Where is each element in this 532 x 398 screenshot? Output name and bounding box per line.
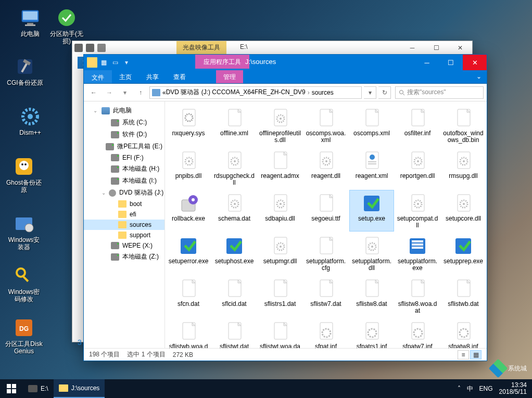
titlebar[interactable]: ▦ ▭ ▾ 应用程序工具 J:\sources ─ ☐ ✕ <box>84 55 487 70</box>
file-item[interactable]: setupplatform.exe <box>395 233 440 274</box>
file-item[interactable]: reportgen.dll <box>395 147 440 189</box>
tab-home[interactable]: 主页 <box>112 70 139 83</box>
file-item[interactable]: reagent.admx <box>258 147 302 189</box>
nav-item[interactable]: 软件 (D:) <box>84 129 164 140</box>
refresh-button[interactable]: ↻ <box>378 86 391 99</box>
file-item[interactable]: sflistw7.dat <box>303 275 348 317</box>
nav-item[interactable]: EFI (F:) <box>84 152 164 163</box>
file-item[interactable]: sdbapiu.dll <box>258 190 302 232</box>
file-item[interactable]: sfpatw7.inf <box>395 318 440 348</box>
file-item[interactable]: reagent.xml <box>349 147 394 189</box>
tab-view[interactable]: 查看 <box>166 70 193 83</box>
file-item[interactable]: pnpibs.dll <box>166 147 211 189</box>
file-item[interactable]: rollback.exe <box>166 190 211 232</box>
file-item[interactable]: setupprep.exe <box>441 233 486 274</box>
nav-item[interactable]: boot <box>84 199 164 209</box>
clock[interactable]: 13:34 2018/5/11 <box>499 382 527 395</box>
file-item[interactable]: sfpatrs1.inf <box>349 318 394 348</box>
breadcrumb-drive[interactable]: DVD 驱动器 (J:) CCCOMA_X64FRE_ZH-CN_DV9 <box>166 88 306 97</box>
file-item[interactable]: setupcompat.dll <box>395 190 440 232</box>
close-icon[interactable]: ✕ <box>448 41 472 55</box>
nav-forward-button[interactable]: → <box>103 86 116 99</box>
tab-file[interactable]: 文件 <box>84 70 112 83</box>
desktop-icon-hammer[interactable]: CGI备份还原 <box>6 56 44 86</box>
qat-dropdown-icon[interactable]: ▾ <box>121 57 132 68</box>
chevron-icon[interactable]: ⌄ <box>92 108 98 113</box>
breadcrumb-folder[interactable]: sources <box>312 89 334 96</box>
file-item[interactable]: oscomps.woa.xml <box>303 105 348 146</box>
close-button[interactable]: ✕ <box>463 55 487 70</box>
desktop-icon-disk-green[interactable]: 分区助手(无损) <box>48 7 85 45</box>
file-item[interactable]: oscomps.xml <box>349 105 394 146</box>
file-item[interactable]: sfpat.inf <box>303 318 348 348</box>
file-item[interactable]: segoeui.ttf <box>303 190 348 232</box>
nav-item[interactable]: ⌄此电脑 <box>84 105 164 117</box>
nav-back-button[interactable]: ← <box>87 86 100 99</box>
ime-indicator[interactable]: 中 <box>467 384 473 393</box>
desktop-icon-monitor[interactable]: 此电脑 <box>11 7 49 37</box>
file-item[interactable]: setup.exe <box>349 190 394 232</box>
desktop-icon-key[interactable]: Windows密码修改 <box>5 265 43 303</box>
file-item[interactable]: sflistwt.dat <box>212 318 257 348</box>
chevron-icon[interactable]: ⌄ <box>102 190 106 196</box>
nav-item[interactable]: 本地磁盘 (I:) <box>84 175 164 187</box>
nav-up-button[interactable]: ↑ <box>134 86 147 99</box>
file-item[interactable]: offlineprofileutils.dll <box>258 105 302 146</box>
desktop-icon-win-disc[interactable]: Windows安装器 <box>5 213 43 251</box>
file-item[interactable]: osfilter.inf <box>395 105 440 146</box>
maximize-button[interactable]: ☐ <box>439 55 463 70</box>
file-item[interactable]: sflistw8.dat <box>349 275 394 317</box>
minimize-icon[interactable]: ─ <box>400 41 424 55</box>
view-icons-button[interactable]: ▦ <box>470 350 482 360</box>
desktop-icon-dg[interactable]: DG分区工具DiskGenius <box>5 317 43 355</box>
file-item[interactable]: sfpatw8.inf <box>441 318 486 348</box>
chevron-right-icon[interactable]: › <box>306 89 312 96</box>
file-item[interactable]: setupplatform.cfg <box>303 233 348 274</box>
file-item[interactable]: sflcid.dat <box>212 275 257 317</box>
file-item[interactable]: outofbox_windows_db.bin <box>441 105 486 146</box>
tab-share[interactable]: 共享 <box>139 70 166 83</box>
qat-new-icon[interactable]: ▭ <box>110 57 120 68</box>
file-item[interactable]: nxquery.sys <box>166 105 211 146</box>
nav-item[interactable]: support <box>84 230 164 240</box>
nav-tree[interactable]: ⌄此电脑系统 (C:)软件 (D:)微PE工具箱 (E:)EFI (F:)本地磁… <box>84 101 165 348</box>
nav-item[interactable]: 系统 (C:) <box>84 117 164 129</box>
ribbon-collapse-icon[interactable]: ⌄ <box>471 70 487 83</box>
file-item[interactable]: schema.dat <box>212 190 257 232</box>
nav-item[interactable]: ⌄DVD 驱动器 (J:) CC <box>84 187 164 199</box>
tray-expand-icon[interactable]: ˄ <box>458 385 461 392</box>
file-item[interactable]: sflistrs1.dat <box>258 275 302 317</box>
nav-item[interactable]: efi <box>84 209 164 220</box>
file-item[interactable]: setupplatform.dll <box>349 233 394 274</box>
file-pane[interactable]: nxquery.sysoffline.xmlofflineprofileutil… <box>165 101 487 348</box>
nav-item[interactable]: 本地磁盘 (H:) <box>84 163 164 175</box>
file-item[interactable]: sflistwt.woa.dat <box>258 318 302 348</box>
nav-item[interactable]: sources <box>84 220 164 230</box>
search-input[interactable]: 搜索"sources" <box>395 86 484 99</box>
file-item[interactable]: sflistw8.woa.dat <box>395 275 440 317</box>
file-item[interactable]: sfcn.dat <box>166 275 211 317</box>
start-button[interactable] <box>0 379 23 398</box>
taskbar[interactable]: E:\J:\sources ˄ 中 ENG 13:34 2018/5/11 <box>0 379 532 398</box>
view-details-button[interactable]: ≡ <box>458 350 469 360</box>
file-item[interactable]: setupcore.dll <box>441 190 486 232</box>
system-tray[interactable]: ˄ 中 ENG 13:34 2018/5/11 <box>452 382 532 395</box>
file-item[interactable]: rmsupg.dll <box>441 147 486 189</box>
breadcrumb[interactable]: « DVD 驱动器 (J:) CCCOMA_X64FRE_ZH-CN_DV9 ›… <box>149 86 362 99</box>
file-item[interactable]: setuperror.exe <box>166 233 211 274</box>
nav-item[interactable]: 本地磁盘 (Z:) <box>84 251 164 263</box>
desktop-icon-ghost[interactable]: Ghost备份还原 <box>5 156 43 194</box>
file-item[interactable]: sflistwb.dat <box>441 275 486 317</box>
file-item[interactable]: sflistwb.woa.dat <box>166 318 211 348</box>
tab-manage[interactable]: 管理 <box>216 70 243 83</box>
taskbar-item[interactable]: E:\ <box>23 379 54 398</box>
file-item[interactable]: rdsupgcheck.dll <box>212 147 257 189</box>
minimize-button[interactable]: ─ <box>415 55 439 70</box>
address-dropdown-icon[interactable]: ▾ <box>364 86 376 99</box>
nav-item[interactable]: WEPE (X:) <box>84 240 164 251</box>
taskbar-item[interactable]: J:\sources <box>54 379 105 398</box>
desktop-icon-gear[interactable]: Dism++ <box>11 106 49 136</box>
file-item[interactable]: reagent.dll <box>303 147 348 189</box>
nav-item[interactable]: 微PE工具箱 (E:) <box>84 140 164 152</box>
file-item[interactable]: setupmgr.dll <box>258 233 302 274</box>
